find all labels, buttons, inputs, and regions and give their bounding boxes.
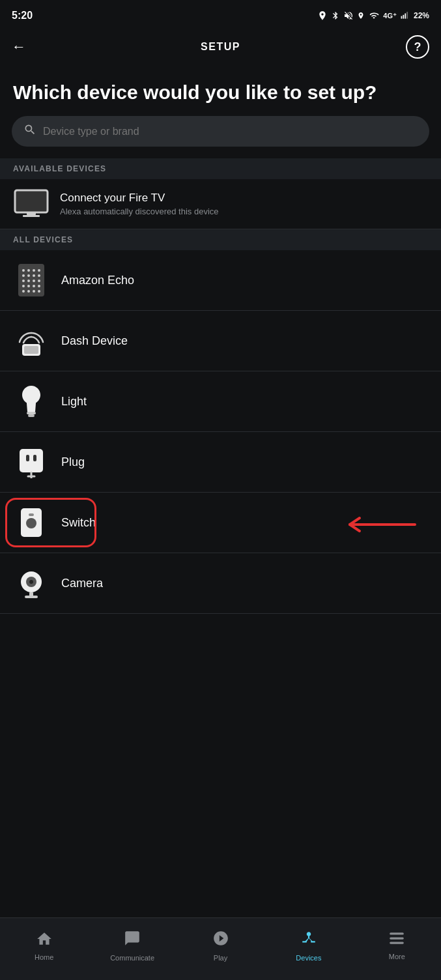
svg-rect-37: [29, 513, 34, 516]
svg-rect-5: [27, 212, 36, 215]
header: ← SETUP ?: [0, 29, 441, 65]
camera-icon: [13, 565, 50, 601]
switch-item-wrapper: Switch: [0, 493, 441, 553]
camera-label: Camera: [61, 577, 103, 590]
nav-play[interactable]: Play: [177, 930, 264, 962]
fire-tv-icon: [13, 190, 50, 218]
plug-item[interactable]: Plug: [0, 432, 441, 493]
switch-item[interactable]: Switch: [0, 493, 441, 553]
svg-point-40: [29, 580, 33, 584]
fire-tv-item[interactable]: Connect your Fire TV Alexa automatically…: [0, 179, 441, 229]
status-bar: 5:20 4G⁺ 22%: [0, 0, 441, 29]
communicate-nav-label: Communicate: [110, 954, 154, 962]
battery-icon: 22%: [414, 11, 429, 20]
search-input[interactable]: [43, 126, 418, 137]
plug-label: Plug: [61, 455, 85, 469]
svg-rect-6: [23, 215, 40, 217]
svg-point-15: [38, 274, 40, 277]
mute-icon: [343, 10, 354, 21]
switch-label: Switch: [61, 516, 96, 530]
help-button[interactable]: ?: [406, 35, 429, 59]
svg-point-24: [22, 290, 25, 293]
available-devices-header: AVAILABLE DEVICES: [0, 158, 441, 179]
search-icon: [23, 123, 36, 139]
svg-point-11: [38, 269, 40, 272]
nav-communicate[interactable]: Communicate: [88, 930, 176, 962]
plug-icon: [13, 444, 50, 480]
nav-devices[interactable]: Devices: [264, 930, 352, 962]
svg-point-25: [27, 290, 30, 293]
dash-device-icon: [13, 323, 50, 359]
svg-point-27: [38, 290, 40, 293]
fire-tv-title: Connect your Fire TV: [60, 192, 219, 205]
svg-point-22: [33, 285, 35, 287]
svg-rect-32: [20, 449, 43, 472]
svg-point-18: [33, 280, 35, 282]
svg-point-36: [26, 518, 36, 528]
light-icon: [13, 383, 50, 420]
amazon-echo-icon: [13, 262, 50, 298]
svg-point-13: [27, 274, 30, 277]
all-devices-header: ALL DEVICES: [0, 229, 441, 250]
svg-point-17: [27, 280, 30, 282]
svg-rect-4: [15, 190, 48, 212]
svg-point-14: [33, 274, 35, 277]
play-nav-label: Play: [214, 954, 227, 962]
bluetooth-icon: [331, 10, 340, 21]
svg-rect-45: [390, 942, 404, 944]
communicate-nav-icon: [124, 930, 141, 951]
svg-rect-44: [390, 937, 404, 939]
status-icons: 4G⁺ 22%: [317, 10, 429, 21]
page-title: Which device would you like to set up?: [0, 65, 441, 116]
back-button[interactable]: ←: [12, 38, 35, 55]
svg-point-8: [22, 269, 25, 272]
fire-tv-text: Connect your Fire TV Alexa automatically…: [60, 192, 219, 216]
svg-rect-33: [26, 455, 29, 461]
home-nav-icon: [36, 930, 53, 950]
wifi-icon: [368, 11, 380, 20]
alarm-icon: [317, 10, 328, 21]
dash-device-item[interactable]: Dash Device: [0, 311, 441, 371]
svg-point-19: [38, 280, 40, 282]
light-label: Light: [61, 395, 87, 409]
signal-icon: [400, 11, 410, 20]
svg-rect-1: [403, 15, 404, 19]
svg-rect-42: [25, 596, 38, 598]
svg-rect-31: [28, 414, 35, 417]
camera-item[interactable]: Camera: [0, 553, 441, 614]
status-time: 5:20: [12, 10, 33, 22]
search-bar[interactable]: [12, 116, 429, 147]
amazon-echo-label: Amazon Echo: [61, 274, 134, 287]
play-nav-icon: [212, 930, 229, 951]
home-nav-label: Home: [35, 953, 53, 961]
svg-point-26: [33, 290, 35, 293]
svg-point-23: [38, 285, 40, 287]
svg-rect-3: [406, 12, 408, 19]
nav-home[interactable]: Home: [0, 930, 88, 961]
more-nav-label: More: [389, 953, 405, 960]
devices-nav-icon: [300, 930, 317, 951]
svg-point-20: [22, 285, 25, 287]
svg-rect-34: [33, 455, 36, 461]
header-title: SETUP: [201, 41, 240, 53]
svg-point-9: [27, 269, 30, 272]
fire-tv-subtitle: Alexa automatically discovered this devi…: [60, 207, 219, 216]
switch-icon: [13, 504, 50, 541]
svg-point-21: [27, 285, 30, 287]
bottom-nav: Home Communicate Play Devices: [0, 917, 441, 980]
svg-rect-30: [27, 412, 36, 414]
amazon-echo-item[interactable]: Amazon Echo: [0, 250, 441, 311]
devices-nav-label: Devices: [296, 954, 321, 962]
light-item[interactable]: Light: [0, 371, 441, 432]
dash-device-label: Dash Device: [61, 334, 128, 348]
network-icon: 4G⁺: [383, 12, 397, 20]
svg-rect-7: [18, 264, 44, 296]
svg-point-10: [33, 269, 35, 272]
svg-rect-0: [401, 16, 403, 19]
svg-point-16: [22, 280, 25, 282]
more-nav-icon: [388, 931, 405, 949]
svg-point-12: [22, 274, 25, 277]
svg-rect-43: [390, 932, 404, 934]
nav-more[interactable]: More: [353, 931, 441, 960]
location-icon: [357, 10, 365, 21]
